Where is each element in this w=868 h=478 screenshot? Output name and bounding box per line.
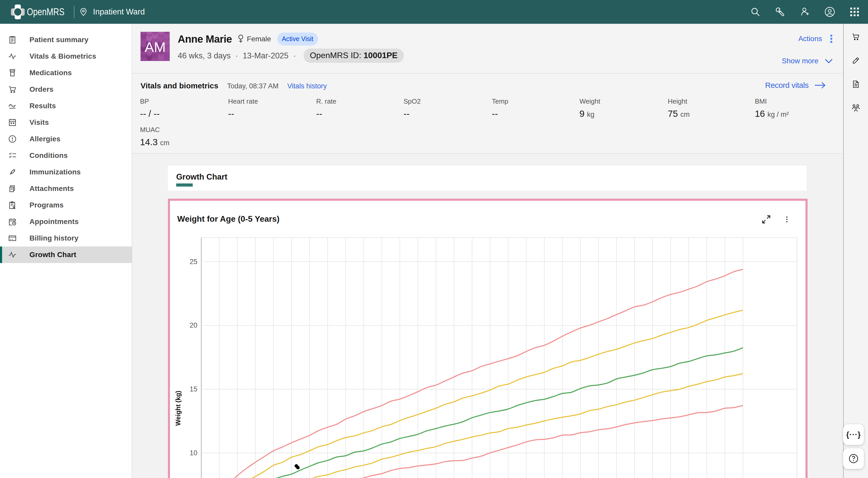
svg-text:20: 20 bbox=[190, 322, 197, 329]
svg-text:25: 25 bbox=[190, 258, 197, 266]
svg-text:10: 10 bbox=[190, 449, 197, 457]
svg-text:Weight (kg): Weight (kg) bbox=[175, 391, 182, 426]
svg-text:15: 15 bbox=[190, 385, 197, 393]
svg-text:AM: AM bbox=[145, 39, 166, 55]
